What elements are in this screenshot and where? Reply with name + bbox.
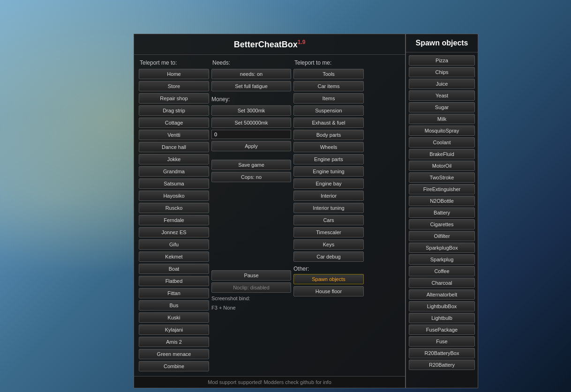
teleport-jonnez-es[interactable]: Jonnez ES [139, 227, 209, 237]
spawn-r20batterybox[interactable]: R20BatteryBox [409, 348, 475, 358]
teleport-hayosiko[interactable]: Hayosiko [139, 191, 209, 201]
teleport-combine[interactable]: Combine [139, 361, 209, 371]
screenshot-label: Screenshot bind: [211, 295, 291, 302]
footer-text: Mod support supported! Modders check git… [208, 379, 331, 385]
main-container: BetterCheatBox1.9 Teleport me to: Home S… [134, 34, 478, 388]
spawn-fusepackage[interactable]: FusePackage [409, 325, 475, 335]
save-game-btn[interactable]: Save game [211, 160, 291, 170]
needs-label: Needs: [211, 59, 291, 66]
tp-engine-bay[interactable]: Engine bay [293, 178, 364, 189]
teleport-from-label: Teleport me to: [139, 59, 209, 66]
spawn-motoroil[interactable]: MotorOil [409, 161, 475, 171]
tp-engine-parts[interactable]: Engine parts [293, 154, 364, 164]
tp-car-items[interactable]: Car items [293, 81, 364, 91]
money-input[interactable] [211, 130, 291, 139]
noclip-btn[interactable]: Noclip: disabled [211, 282, 291, 293]
spawn-yeast[interactable]: Yeast [409, 90, 475, 101]
app-version: 1.9 [298, 39, 306, 45]
spawn-milk[interactable]: Milk [409, 114, 475, 124]
spawn-mosquitospray[interactable]: MosquitoSpray [409, 126, 475, 136]
spawn-cigarettes[interactable]: Cigarettes [409, 219, 475, 229]
tp-tools[interactable]: Tools [293, 69, 364, 79]
teleport-from-column: Teleport me to: Home Store Repair shop D… [139, 59, 209, 371]
spawn-fireextinguisher[interactable]: FireExtinguisher [409, 184, 475, 194]
spawn-charcoal[interactable]: Charcoal [409, 278, 475, 288]
teleport-kylajani[interactable]: Kylajani [139, 325, 209, 335]
spawn-sugar[interactable]: Sugar [409, 102, 475, 112]
spawn-r20battery[interactable]: R20Battery [409, 360, 475, 370]
teleport-boat[interactable]: Boat [139, 264, 209, 274]
house-floor-btn[interactable]: House floor [293, 286, 364, 296]
teleport-bus[interactable]: Bus [139, 300, 209, 311]
spawn-juice[interactable]: Juice [409, 79, 475, 89]
needs-column: Needs: needs: on Set full fatigue Money:… [211, 59, 291, 371]
teleport-amis2[interactable]: Amis 2 [139, 337, 209, 347]
spawn-lightbulbbox[interactable]: LightbulbBox [409, 301, 475, 311]
cheat-box-panel: BetterCheatBox1.9 Teleport me to: Home S… [134, 34, 406, 388]
teleport-gifu[interactable]: Gifu [139, 239, 209, 250]
teleport-drag-strip[interactable]: Drag strip [139, 105, 209, 116]
teleport-to-label: Teleport to me: [293, 59, 364, 66]
teleport-fittan[interactable]: Fittan [139, 288, 209, 298]
spawn-brakefluid[interactable]: BrakeFluid [409, 149, 475, 159]
pause-btn[interactable]: Pause [211, 270, 291, 281]
tp-engine-tuning[interactable]: Engine tuning [293, 166, 364, 177]
tp-items[interactable]: Items [293, 93, 364, 104]
tp-keys[interactable]: Keys [293, 239, 364, 250]
teleport-flatbed[interactable]: Flatbed [139, 276, 209, 286]
teleport-grandma[interactable]: Grandma [139, 166, 209, 177]
needs-toggle[interactable]: needs: on [211, 69, 291, 79]
teleport-jokke[interactable]: Jokke [139, 154, 209, 164]
apply-btn[interactable]: Apply [211, 141, 291, 151]
footer-bar: Mod support supported! Modders check git… [134, 376, 405, 388]
fatigue-btn[interactable]: Set full fatigue [211, 81, 291, 91]
teleport-green-menace[interactable]: Green menace [139, 349, 209, 359]
tp-body-parts[interactable]: Body parts [293, 130, 364, 140]
spawn-sparkplug[interactable]: Sparkplug [409, 254, 475, 265]
cheat-box-body: Teleport me to: Home Store Repair shop D… [134, 55, 405, 376]
spawn-pizza[interactable]: Pizza [409, 55, 475, 66]
spawn-coffee[interactable]: Coffee [409, 266, 475, 276]
spawn-alternatorbelt[interactable]: Alternatorbelt [409, 289, 475, 300]
teleport-home[interactable]: Home [139, 69, 209, 79]
teleport-store[interactable]: Store [139, 81, 209, 91]
teleport-repair-shop[interactable]: Repair shop [139, 93, 209, 104]
tp-suspension[interactable]: Suspension [293, 105, 364, 116]
teleport-kekmet[interactable]: Kekmet [139, 251, 209, 262]
spawn-objects-btn[interactable]: Spawn objects [293, 274, 364, 284]
tp-interior-tuning[interactable]: Interior tuning [293, 203, 364, 213]
spawn-panel-header: Spawn objects [406, 34, 478, 52]
spawn-lightbulb[interactable]: Lightbulb [409, 313, 475, 323]
tp-timescaler[interactable]: Timescaler [293, 227, 364, 237]
money-label: Money: [211, 96, 291, 103]
spawn-oilfilter[interactable]: Oilfilter [409, 231, 475, 241]
tp-car-debug[interactable]: Car debug [293, 251, 364, 262]
teleport-ventti[interactable]: Ventti [139, 130, 209, 140]
teleport-ruscko[interactable]: Ruscko [139, 203, 209, 213]
tp-interior[interactable]: Interior [293, 191, 364, 201]
teleport-satsuma[interactable]: Satsuma [139, 178, 209, 189]
tp-wheels[interactable]: Wheels [293, 142, 364, 152]
teleport-kuski[interactable]: Kuski [139, 312, 209, 323]
teleport-ferndale[interactable]: Ferndale [139, 215, 209, 225]
spawn-fuse[interactable]: Fuse [409, 336, 475, 347]
spawn-coolant[interactable]: Coolant [409, 137, 475, 148]
screenshot-value: F3 + None [211, 304, 291, 311]
teleport-cottage[interactable]: Cottage [139, 118, 209, 128]
teleport-dance-hall[interactable]: Dance hall [139, 142, 209, 152]
money-500000[interactable]: Set 500000mk [211, 118, 291, 128]
cheat-box-header: BetterCheatBox1.9 [134, 34, 405, 55]
spawn-n2obottle[interactable]: N2OBottle [409, 196, 475, 206]
spawn-battery[interactable]: Battery [409, 207, 475, 218]
spawn-sparkplugbox[interactable]: SparkplugBox [409, 243, 475, 253]
spawn-twostroke[interactable]: TwoStroke [409, 172, 475, 183]
spawn-panel: Spawn objects Pizza Chips Juice Yeast Su… [406, 34, 478, 388]
spawn-panel-body: Pizza Chips Juice Yeast Sugar Milk Mosqu… [406, 52, 478, 373]
tp-exhaust-fuel[interactable]: Exhaust & fuel [293, 118, 364, 128]
money-3000[interactable]: Set 3000mk [211, 105, 291, 116]
app-title: BetterCheatBox [234, 40, 298, 49]
cops-btn[interactable]: Cops: no [211, 172, 291, 182]
tp-cars[interactable]: Cars [293, 215, 364, 225]
spawn-chips[interactable]: Chips [409, 67, 475, 77]
teleport-to-column: Teleport to me: Tools Car items Items Su… [293, 59, 364, 371]
